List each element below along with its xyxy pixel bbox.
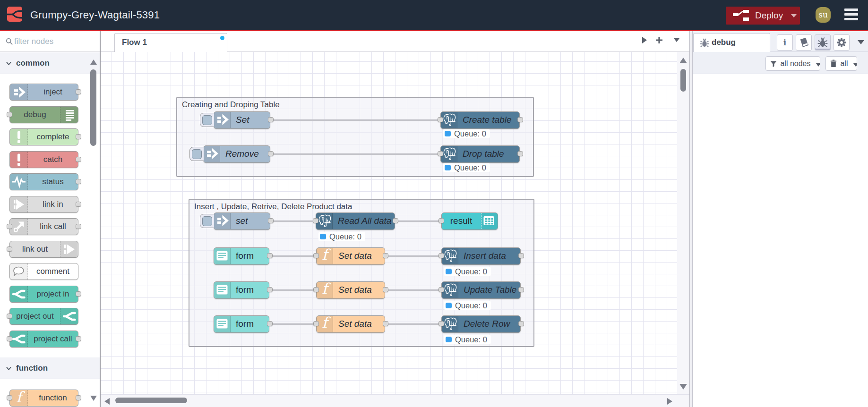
tab-flow1[interactable]: Flow 1 [114, 33, 227, 52]
functionF-icon: f [317, 316, 333, 332]
node-output-port[interactable] [383, 253, 388, 258]
node-input-port[interactable] [313, 321, 319, 326]
node-output-port[interactable] [268, 117, 274, 122]
inject-button-face[interactable] [202, 115, 212, 125]
sidebar-menu-caret[interactable] [858, 40, 864, 44]
palette-node-status[interactable]: status [9, 173, 78, 190]
palette-node-complete[interactable]: complete [9, 128, 78, 145]
node-port [76, 336, 81, 341]
palette-node-label: catch [28, 152, 78, 168]
debug-filter-row: all nodes all [693, 52, 868, 74]
flow-node-update[interactable]: Update Table [441, 281, 521, 299]
scroll-right-icon[interactable] [667, 398, 672, 405]
canvas-vertical-scrollbar[interactable] [677, 52, 689, 394]
user-avatar[interactable]: su [816, 7, 831, 23]
palette-node-catch[interactable]: catch [9, 151, 78, 168]
flow-node-form2[interactable]: form [214, 281, 269, 299]
palette-node-link-out[interactable]: link out [9, 241, 78, 258]
flow-node-remove[interactable]: Remove [203, 145, 270, 163]
horizontal-scroll-thumb[interactable] [115, 398, 187, 403]
flow-node-form3[interactable]: form [214, 315, 269, 333]
scroll-left-icon[interactable] [104, 398, 110, 405]
canvas-horizontal-scrollbar[interactable] [101, 394, 689, 407]
sidebar-help-tab[interactable] [796, 34, 812, 51]
node-input-port[interactable] [438, 117, 443, 122]
flow-node-set1[interactable]: Set [214, 111, 270, 129]
node-input-port[interactable] [438, 287, 444, 292]
palette-search[interactable] [0, 31, 100, 52]
debug-clear-button[interactable]: all [825, 56, 857, 71]
app-logo-icon[interactable] [7, 7, 22, 22]
palette-node-project-in[interactable]: project in [9, 286, 78, 303]
node-input-port[interactable] [313, 287, 319, 292]
debug-filter-button[interactable]: all nodes [765, 56, 820, 71]
tab-list-caret[interactable] [673, 38, 680, 42]
sidebar-info-tab[interactable]: i [777, 34, 793, 51]
node-output-port[interactable] [518, 321, 524, 326]
node-output-port[interactable] [267, 321, 273, 326]
node-input-port[interactable] [438, 218, 444, 223]
flow-node-set2[interactable]: set [214, 212, 270, 230]
inject-button-face[interactable] [202, 216, 212, 226]
flow-node-setdata2[interactable]: fSet data [316, 281, 385, 299]
node-input-port[interactable] [313, 218, 318, 223]
deploy-options-caret[interactable] [791, 14, 797, 17]
node-output-port[interactable] [393, 218, 398, 223]
flow-node-setdata3[interactable]: fSet data [316, 315, 385, 333]
node-output-port[interactable] [518, 253, 524, 258]
node-output-port[interactable] [517, 151, 523, 156]
flow-node-form1[interactable]: form [214, 247, 269, 265]
palette-category-function[interactable]: function [0, 357, 100, 379]
node-input-port[interactable] [438, 321, 444, 326]
node-input-port[interactable] [438, 151, 443, 156]
node-output-port[interactable] [383, 321, 388, 326]
linkarrow-icon [60, 241, 78, 257]
node-input-port[interactable] [313, 253, 319, 258]
palette-node-function[interactable]: ffunction [9, 390, 78, 407]
node-output-port[interactable] [267, 287, 273, 292]
node-output-port[interactable] [268, 218, 274, 223]
sidebar-config-tab[interactable] [834, 34, 850, 51]
scroll-up-icon[interactable] [679, 58, 687, 63]
add-flow-button[interactable] [655, 36, 663, 44]
palette-filter-input[interactable] [14, 35, 95, 48]
palette-category-common[interactable]: common [0, 52, 100, 74]
node-output-port[interactable] [267, 253, 273, 258]
palette-scroll-up-icon[interactable] [90, 59, 97, 65]
node-input-port[interactable] [438, 253, 444, 258]
palette-node-project-out[interactable]: project out [9, 308, 78, 325]
status-text: Queue: 0 [329, 232, 361, 241]
sidebar-debug-tab[interactable] [815, 34, 831, 51]
inject-button-face[interactable] [192, 149, 202, 159]
status-text: Queue: 0 [454, 129, 486, 138]
scroll-down-icon[interactable] [679, 384, 687, 390]
palette-node-project-call[interactable]: project call [9, 331, 78, 348]
sidebar-tab-debug[interactable]: debug [693, 33, 770, 52]
deploy-button[interactable]: Deploy [726, 7, 800, 25]
palette-node-link-in[interactable]: link in [9, 196, 78, 213]
flow-node-delete[interactable]: Delete Row [441, 315, 521, 333]
vertical-scroll-thumb[interactable] [680, 69, 686, 92]
palette-node-comment[interactable]: comment [9, 263, 78, 280]
flow-node-readall[interactable]: Read All data [316, 212, 395, 230]
node-status: Queue: 0 [444, 267, 491, 276]
node-output-port[interactable] [383, 287, 388, 292]
node-output-port[interactable] [268, 151, 274, 156]
palette-node-link-call[interactable]: link call [9, 218, 78, 235]
flow-node-result[interactable]: result [441, 212, 498, 230]
palette-node-debug[interactable]: debug [9, 106, 78, 123]
flow-node-drop[interactable]: Drop table [440, 145, 520, 163]
flow-node-create[interactable]: Create table [440, 111, 520, 129]
flow-node-label: form [236, 316, 254, 332]
flow-node-setdata1[interactable]: fSet data [316, 247, 385, 265]
palette-scroll-down-icon[interactable] [90, 396, 97, 401]
sidebar-separator[interactable] [689, 31, 693, 407]
flow-canvas[interactable]: Creating and Droping TableInsert , Updat… [101, 52, 677, 394]
palette-scrollbar[interactable] [90, 69, 96, 146]
node-output-port[interactable] [517, 117, 523, 122]
palette-node-inject[interactable]: inject [9, 84, 78, 101]
next-tab-button[interactable] [641, 36, 648, 44]
main-menu-button[interactable] [844, 8, 858, 21]
node-output-port[interactable] [518, 287, 524, 292]
flow-node-insert[interactable]: Insert data [441, 247, 521, 265]
